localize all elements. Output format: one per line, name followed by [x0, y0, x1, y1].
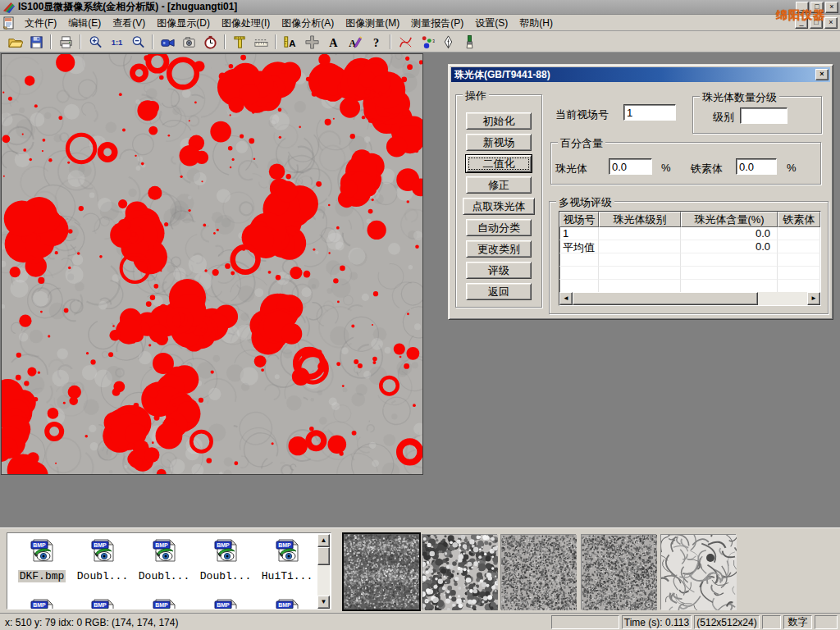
- auto-classify-button[interactable]: 自动分类: [466, 219, 532, 236]
- table-cell[interactable]: 0.0: [681, 227, 778, 240]
- table-cell[interactable]: [681, 253, 778, 267]
- menu-image-processing[interactable]: 图像处理(I): [216, 15, 276, 32]
- rate-button[interactable]: 评级: [466, 262, 532, 279]
- menu-image-analysis[interactable]: 图像分析(A): [276, 15, 340, 32]
- thumbnail-2[interactable]: [422, 534, 497, 609]
- table-cell[interactable]: [778, 267, 820, 280]
- mdi-close-button[interactable]: ×: [824, 17, 838, 29]
- table-cell[interactable]: 1: [559, 227, 599, 240]
- pearlite-percent-input[interactable]: [609, 158, 652, 175]
- scroll-left-button[interactable]: ◄: [559, 292, 573, 305]
- file-name[interactable]: HuiTi...: [260, 570, 314, 582]
- new-field-button[interactable]: 新视场: [466, 134, 532, 151]
- ruler-button[interactable]: [250, 33, 272, 51]
- table-cell[interactable]: [681, 267, 778, 280]
- brush-button[interactable]: [459, 33, 480, 51]
- count-marks-button[interactable]: 3: [416, 33, 437, 51]
- calibrate-button[interactable]: A: [280, 33, 301, 51]
- menu-edit[interactable]: 编辑(E): [62, 15, 107, 32]
- file-item[interactable]: BMP: [73, 596, 132, 609]
- scrollbar-track[interactable]: [758, 292, 807, 305]
- scrollbar-thumb[interactable]: [573, 292, 758, 305]
- move-button[interactable]: [301, 33, 322, 51]
- file-item[interactable]: BMP HuiTi...: [258, 536, 317, 582]
- scroll-right-button[interactable]: ►: [807, 292, 820, 305]
- table-cell[interactable]: [599, 227, 681, 240]
- caliper-button[interactable]: [229, 33, 250, 51]
- pick-pearlite-button[interactable]: 点取珠光体: [463, 198, 535, 215]
- actual-size-button[interactable]: 1:1: [106, 33, 127, 51]
- return-button[interactable]: 返回: [466, 283, 532, 300]
- ferrite-percent-input[interactable]: [736, 158, 777, 175]
- init-button[interactable]: 初始化: [466, 112, 532, 130]
- zoom-out-button[interactable]: [127, 33, 148, 51]
- camera-capture-button[interactable]: [178, 33, 199, 51]
- file-vscrollbar[interactable]: ▲ ▼: [317, 534, 330, 609]
- maximize-button[interactable]: □: [810, 2, 824, 13]
- menu-image-display[interactable]: 图像显示(D): [151, 15, 216, 32]
- current-field-input[interactable]: [623, 104, 676, 121]
- print-button[interactable]: [55, 33, 76, 51]
- file-item[interactable]: BMP: [196, 596, 255, 609]
- file-item[interactable]: BMP DKF.bmp: [12, 536, 71, 582]
- table-cell[interactable]: [681, 280, 778, 293]
- dialog-title-bar[interactable]: 珠光体(GB/T9441-88) ×: [451, 67, 830, 82]
- table-cell[interactable]: [599, 240, 681, 253]
- save-button[interactable]: [25, 33, 47, 51]
- thumbnail-3[interactable]: [500, 534, 576, 609]
- zoom-in-button[interactable]: [84, 33, 106, 51]
- file-item[interactable]: BMP Doubl...: [135, 536, 194, 582]
- table-hscrollbar[interactable]: ◄ ►: [559, 292, 820, 305]
- open-button[interactable]: [4, 33, 25, 51]
- text-button[interactable]: A: [322, 33, 344, 51]
- file-item[interactable]: BMP: [135, 596, 194, 609]
- col-pearlite-content[interactable]: 珠光体含量(%): [681, 212, 778, 227]
- grade-input[interactable]: [740, 107, 788, 124]
- close-button[interactable]: ×: [825, 2, 838, 13]
- video-capture-button[interactable]: [157, 33, 178, 51]
- change-class-button[interactable]: 更改类别: [466, 240, 532, 258]
- file-item[interactable]: BMP: [12, 596, 71, 609]
- col-ferrite[interactable]: 铁素体: [778, 212, 820, 227]
- metallographic-image[interactable]: [2, 54, 422, 474]
- mdi-minimize-button[interactable]: _: [795, 17, 808, 29]
- table-cell[interactable]: [599, 267, 681, 280]
- menu-view[interactable]: 查看(V): [107, 15, 151, 32]
- file-item[interactable]: BMP Doubl...: [196, 536, 255, 582]
- menu-settings[interactable]: 设置(S): [469, 15, 514, 32]
- binarize-button[interactable]: 二值化: [466, 155, 532, 172]
- menu-image-measure[interactable]: 图像测量(M): [340, 15, 405, 32]
- menu-file[interactable]: 文件(F): [19, 15, 62, 32]
- help-button[interactable]: ?: [365, 33, 386, 51]
- dialog-close-button[interactable]: ×: [815, 69, 829, 80]
- table-cell[interactable]: [599, 280, 681, 293]
- correct-button[interactable]: 修正: [466, 176, 532, 194]
- curve-measure-button[interactable]: [395, 33, 416, 51]
- scroll-up-button[interactable]: ▲: [317, 534, 330, 547]
- file-name[interactable]: DKF.bmp: [18, 570, 66, 582]
- table-cell[interactable]: [778, 280, 820, 293]
- file-item[interactable]: BMP: [258, 596, 317, 609]
- menu-help[interactable]: 帮助(H): [514, 15, 559, 32]
- table-cell[interactable]: [559, 253, 599, 267]
- edit-text-button[interactable]: A: [344, 33, 365, 51]
- table-cell[interactable]: [599, 253, 681, 267]
- mdi-restore-button[interactable]: □: [810, 17, 823, 29]
- thumbnail-5[interactable]: [660, 534, 736, 609]
- minimize-button[interactable]: _: [796, 2, 809, 13]
- thumbnail-1-selected[interactable]: [342, 532, 421, 611]
- table-cell[interactable]: [778, 240, 820, 253]
- col-pearlite-grade[interactable]: 珠光体级别: [599, 212, 681, 227]
- table-cell[interactable]: 0.0: [681, 240, 778, 253]
- col-field-no[interactable]: 视场号: [559, 212, 599, 227]
- table-cell[interactable]: [559, 267, 599, 280]
- file-name[interactable]: Doubl...: [75, 570, 130, 582]
- thumbnail-4[interactable]: [581, 534, 656, 609]
- table-cell[interactable]: [778, 227, 820, 240]
- table-cell[interactable]: [559, 280, 599, 293]
- table-cell[interactable]: [778, 253, 820, 267]
- pen-button[interactable]: [437, 33, 459, 51]
- table-cell[interactable]: 平均值: [559, 240, 599, 253]
- file-name[interactable]: Doubl...: [199, 570, 253, 582]
- scrollbar-thumb[interactable]: [317, 547, 330, 565]
